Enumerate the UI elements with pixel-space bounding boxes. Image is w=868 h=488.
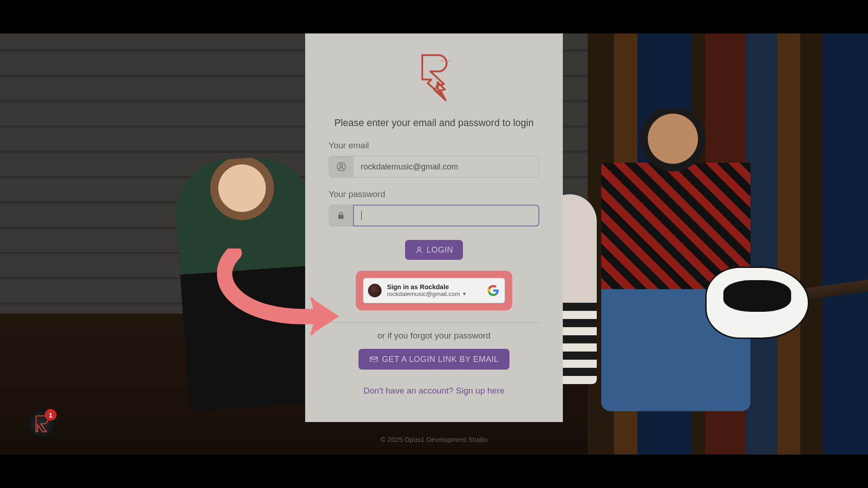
footer-copyright: © 2025 Opus1 Development Studio — [0, 436, 868, 443]
email-input-row — [329, 156, 539, 178]
svg-point-3 — [418, 247, 420, 250]
chevron-down-icon: ▾ — [463, 291, 466, 297]
google-one-tap-email: rockdalemusic@gmail.com — [387, 291, 460, 298]
divider — [329, 322, 539, 323]
letterbox-top — [0, 0, 868, 33]
lock-icon — [329, 205, 353, 226]
notification-badge[interactable]: 1 — [27, 409, 56, 438]
login-button-label: LOGIN — [427, 245, 453, 255]
password-input-row — [329, 205, 539, 226]
email-label: Your email — [329, 141, 539, 150]
password-input[interactable] — [353, 205, 539, 226]
google-one-tap-text: Sign in as Rockdale rockdalemusic@gmail.… — [387, 284, 482, 298]
user-circle-icon — [329, 156, 353, 178]
svg-text:R O C: R O C — [441, 59, 451, 62]
login-prompt: Please enter your email and password to … — [329, 117, 539, 129]
background-guitar — [705, 253, 859, 343]
brand-logo: R O C — [415, 52, 453, 107]
google-one-tap-title: Sign in as Rockdale — [387, 284, 482, 291]
signup-link[interactable]: Don't have an account? Sign up here — [329, 386, 539, 396]
google-one-tap-highlight: Sign in as Rockdale rockdalemusic@gmail.… — [356, 271, 512, 310]
password-label: Your password — [329, 189, 539, 199]
google-logo-icon — [487, 285, 499, 296]
google-account-avatar — [368, 284, 382, 297]
background-figure-left — [172, 154, 325, 411]
person-icon — [415, 246, 423, 254]
login-card: R O C Please enter your email and passwo… — [305, 33, 563, 422]
stage: 1 R O C Please enter your email and pass… — [0, 0, 868, 488]
email-login-link-button[interactable]: GET A LOGIN LINK BY EMAIL — [359, 349, 509, 370]
email-input[interactable] — [353, 156, 539, 178]
forgot-password-text: or if you forgot your password — [329, 331, 539, 341]
svg-point-2 — [340, 164, 343, 167]
letterbox-bottom — [0, 455, 868, 488]
email-login-link-label: GET A LOGIN LINK BY EMAIL — [382, 355, 499, 364]
google-one-tap-card[interactable]: Sign in as Rockdale rockdalemusic@gmail.… — [363, 278, 505, 303]
notification-count: 1 — [45, 409, 57, 421]
text-caret — [361, 211, 362, 221]
mail-icon — [369, 355, 378, 364]
login-button[interactable]: LOGIN — [405, 240, 463, 260]
